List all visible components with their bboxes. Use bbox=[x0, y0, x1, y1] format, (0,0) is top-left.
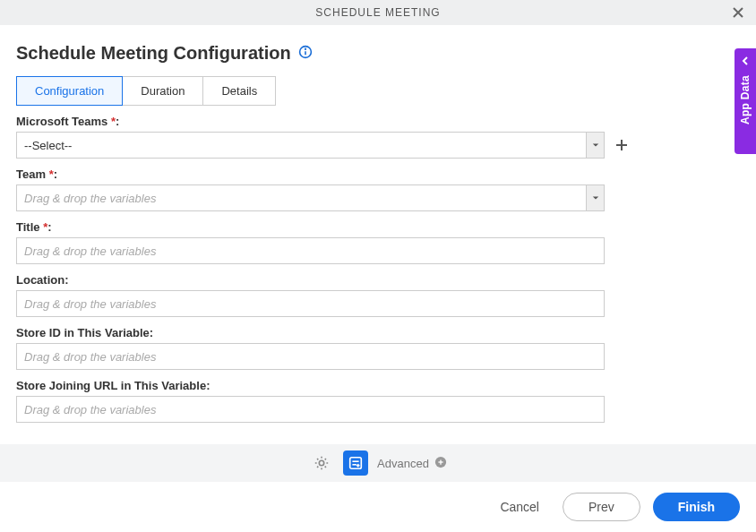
finish-button[interactable]: Finish bbox=[653, 493, 740, 521]
field-title: Title *: bbox=[16, 220, 740, 264]
store-url-input[interactable] bbox=[16, 396, 605, 423]
field-location: Location: bbox=[16, 273, 740, 317]
svg-point-2 bbox=[305, 48, 305, 49]
field-store-id: Store ID in This Variable: bbox=[16, 326, 740, 370]
advanced-toggle[interactable]: Advanced bbox=[377, 456, 447, 471]
app-data-panel-toggle[interactable]: App Data bbox=[735, 48, 756, 154]
form-builder-button[interactable] bbox=[343, 450, 368, 476]
prev-button[interactable]: Prev bbox=[563, 493, 640, 521]
schedule-meeting-modal: SCHEDULE MEETING Schedule Meeting Config… bbox=[0, 0, 756, 532]
microsoft-teams-label: Microsoft Teams *: bbox=[16, 115, 740, 128]
bottom-toolbar: Advanced bbox=[0, 444, 756, 482]
tab-configuration[interactable]: Configuration bbox=[16, 76, 123, 106]
page-heading-text: Schedule Meeting Configuration bbox=[16, 43, 291, 64]
close-button[interactable] bbox=[727, 2, 749, 23]
team-label-text: Team bbox=[16, 167, 46, 181]
required-marker: * bbox=[111, 115, 116, 128]
team-select[interactable]: Drag & drop the variables bbox=[16, 184, 605, 211]
modal-body: Schedule Meeting Configuration Configura… bbox=[0, 25, 756, 444]
required-marker: * bbox=[49, 167, 54, 181]
modal-title: SCHEDULE MEETING bbox=[315, 6, 440, 19]
store-url-label: Store Joining URL in This Variable: bbox=[16, 379, 740, 392]
dropdown-caret-icon bbox=[586, 133, 604, 158]
footer-actions: Cancel Prev Finish bbox=[0, 482, 756, 532]
svg-point-5 bbox=[319, 460, 323, 465]
modal-titlebar: SCHEDULE MEETING bbox=[0, 0, 756, 25]
field-store-url: Store Joining URL in This Variable: bbox=[16, 379, 740, 423]
svg-rect-6 bbox=[350, 458, 362, 469]
page-heading: Schedule Meeting Configuration bbox=[16, 43, 740, 64]
required-marker: * bbox=[43, 220, 47, 234]
title-input[interactable] bbox=[16, 237, 605, 264]
chevron-left-icon bbox=[740, 56, 751, 66]
gear-icon bbox=[314, 455, 330, 471]
store-id-input[interactable] bbox=[16, 343, 605, 370]
advanced-label: Advanced bbox=[377, 457, 429, 470]
settings-button[interactable] bbox=[309, 450, 334, 476]
tab-duration[interactable]: Duration bbox=[123, 76, 203, 106]
location-label: Location: bbox=[16, 273, 740, 287]
form-icon bbox=[348, 455, 364, 471]
microsoft-teams-value: --Select-- bbox=[24, 139, 72, 152]
location-input[interactable] bbox=[16, 290, 605, 317]
tab-details[interactable]: Details bbox=[203, 76, 276, 106]
info-icon[interactable] bbox=[298, 43, 313, 64]
microsoft-teams-select[interactable]: --Select-- bbox=[16, 132, 605, 159]
app-data-label: App Data bbox=[739, 75, 752, 124]
title-label-text: Title bbox=[16, 220, 40, 234]
title-label: Title *: bbox=[16, 220, 740, 234]
field-team: Team *: Drag & drop the variables bbox=[16, 167, 740, 211]
microsoft-teams-label-text: Microsoft Teams bbox=[16, 115, 107, 128]
plus-icon bbox=[614, 138, 629, 152]
dropdown-caret-icon bbox=[586, 185, 604, 210]
add-microsoft-teams-button[interactable] bbox=[612, 135, 631, 155]
tab-bar: Configuration Duration Details bbox=[16, 76, 740, 106]
cancel-button[interactable]: Cancel bbox=[489, 493, 550, 521]
team-label: Team *: bbox=[16, 167, 740, 181]
plus-circle-icon bbox=[434, 456, 447, 471]
close-icon bbox=[731, 5, 745, 20]
store-id-label: Store ID in This Variable: bbox=[16, 326, 740, 339]
team-placeholder: Drag & drop the variables bbox=[24, 192, 156, 205]
field-microsoft-teams: Microsoft Teams *: --Select-- bbox=[16, 115, 740, 159]
